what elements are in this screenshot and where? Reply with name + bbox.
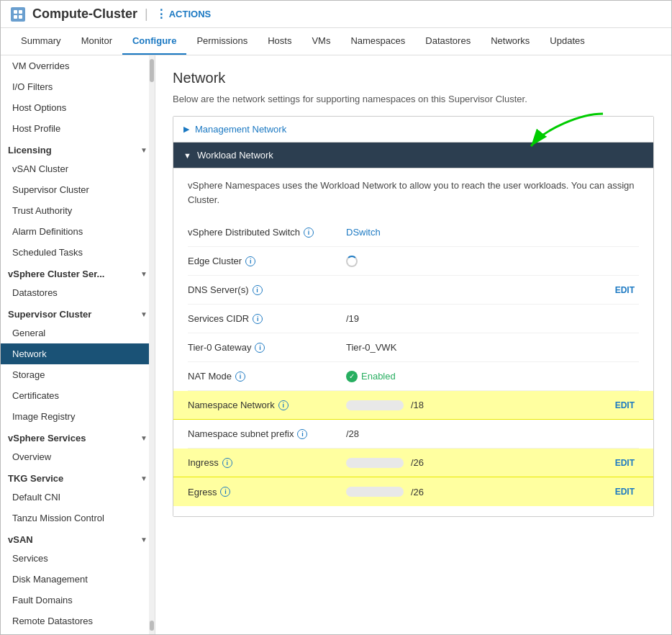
workload-chevron: ▼ [183,151,191,160]
prop-label-tier0-text: Tier-0 Gateway [188,342,251,353]
namespace-network-edit-button[interactable]: EDIT [611,399,639,412]
prop-label-services-cidr: Services CIDR i [188,313,346,324]
tab-summary[interactable]: Summary [11,28,71,55]
sidebar-item-io-filters[interactable]: I/O Filters [1,76,155,97]
vsan-chevron: ▼ [140,536,147,544]
property-nat-mode: NAT Mode i ✓ Enabled [188,362,639,391]
prop-label-dns: DNS Server(s) i [188,284,346,295]
sidebar-group-tkg-service[interactable]: TKG Service ▼ [1,467,155,487]
tab-configure[interactable]: Configure [122,28,186,55]
sidebar-group-supervisor-cluster[interactable]: Supervisor Cluster ▼ [1,303,155,323]
info-icon-vds[interactable]: i [304,228,314,238]
cluster-name: Compute-Cluster [32,6,137,22]
namespace-subnet-prefix-value: /28 [346,428,359,439]
property-services-cidr: Services CIDR i /19 [188,305,639,333]
tab-vms[interactable]: VMs [301,28,340,55]
sidebar-item-trust-authority[interactable]: Trust Authority [1,200,155,221]
actions-button[interactable]: ACTIONS [155,7,212,21]
sidebar-item-supervisor-cluster-lic[interactable]: Supervisor Cluster [1,179,155,200]
main-content: VM Overrides I/O Filters Host Options Ho… [1,55,671,634]
top-nav: Summary Monitor Configure Permissions Ho… [1,28,671,55]
property-egress: Egress i /26 EDIT [173,477,653,506]
sidebar-item-fault-domains[interactable]: Fault Domains [1,590,155,611]
tab-permissions[interactable]: Permissions [186,28,258,55]
tab-networks[interactable]: Networks [481,28,540,55]
sidebar-item-default-cni[interactable]: Default CNI [1,487,155,508]
management-network-header[interactable]: ▶ Management Network [173,117,653,143]
namespace-network-masked [346,400,404,410]
info-icon-edge-cluster[interactable]: i [245,256,255,266]
prop-label-nat-mode: NAT Mode i [188,371,346,382]
tab-updates[interactable]: Updates [540,28,594,55]
tab-monitor[interactable]: Monitor [71,28,122,55]
sidebar-item-services[interactable]: Services [1,548,155,569]
namespace-network-cidr: /18 [411,400,424,410]
info-icon-ingress[interactable]: i [222,458,232,468]
sidebar-item-network[interactable]: Network [1,343,155,364]
workload-network-header[interactable]: ▼ Workload Network [173,143,653,168]
prop-label-dns-text: DNS Server(s) [188,284,249,295]
info-icon-nat-mode[interactable]: i [235,371,245,382]
info-icon-services-cidr[interactable]: i [253,314,263,324]
prop-label-ingress: Ingress i [188,457,346,468]
management-chevron: ▶ [183,125,189,134]
workload-description: vSphere Namespaces uses the Workload Net… [188,179,639,207]
sidebar-group-licensing[interactable]: Licensing ▼ [1,139,155,158]
sidebar-item-storage[interactable]: Storage [1,364,155,385]
dswitch-link[interactable]: DSwitch [346,227,381,238]
prop-label-egress-text: Egress [188,487,217,497]
sidebar-item-scheduled-tasks[interactable]: Scheduled Tasks [1,242,155,263]
cluster-icon [11,7,25,22]
sidebar-group-vsphere-cluster-services[interactable]: vSphere Cluster Ser... ▼ [1,263,155,282]
prop-label-ingress-text: Ingress [188,457,219,468]
svg-rect-3 [19,15,22,19]
tab-hosts[interactable]: Hosts [258,28,301,55]
property-namespace-subnet-prefix: Namespace subnet prefix i /28 [188,420,639,449]
info-icon-namespace-network[interactable]: i [278,400,289,410]
licensing-chevron: ▼ [140,146,147,154]
prop-value-services-cidr: /19 [346,313,639,324]
property-namespace-network: Namespace Network i /18 EDIT [173,391,653,420]
page-title: Network [173,70,654,86]
sidebar-item-vsan-cluster[interactable]: vSAN Cluster [1,158,155,179]
workload-network-label: Workload Network [197,150,273,161]
info-icon-egress[interactable]: i [220,487,230,497]
property-dns-servers: DNS Server(s) i EDIT [188,276,639,305]
sidebar-item-host-options[interactable]: Host Options [1,97,155,118]
title-divider: | [145,6,148,22]
sidebar-item-disk-management[interactable]: Disk Management [1,569,155,590]
info-icon-tier0[interactable]: i [255,343,265,353]
sidebar-item-tanzu-mission-control[interactable]: Tanzu Mission Control [1,508,155,528]
sidebar-item-alarm-definitions[interactable]: Alarm Definitions [1,221,155,242]
content-panel: Network Below are the network settings f… [155,55,671,634]
vsphere-services-chevron: ▼ [140,434,147,442]
sidebar-item-host-profile[interactable]: Host Profile [1,118,155,139]
sidebar-item-overview[interactable]: Overview [1,446,155,467]
dns-edit-button[interactable]: EDIT [611,284,639,297]
sidebar-item-remote-datastores[interactable]: Remote Datastores [1,611,155,631]
sidebar: VM Overrides I/O Filters Host Options Ho… [1,55,155,634]
edge-cluster-spinner [346,256,358,267]
sidebar-item-certificates[interactable]: Certificates [1,385,155,406]
prop-value-tier0: Tier-0_VWK [346,342,639,353]
ingress-edit-button[interactable]: EDIT [611,456,639,469]
tab-datastores[interactable]: Datastores [415,28,481,55]
svg-rect-2 [14,15,17,19]
sidebar-group-vsan[interactable]: vSAN ▼ [1,528,155,548]
svg-rect-0 [14,10,17,14]
info-icon-dns[interactable]: i [253,285,263,295]
info-icon-namespace-subnet-prefix[interactable]: i [297,429,307,439]
egress-edit-button[interactable]: EDIT [611,485,639,498]
sidebar-item-datastores[interactable]: Datastores [1,282,155,303]
prop-label-edge-cluster-text: Edge Cluster [188,256,242,266]
nat-mode-value: Enabled [361,371,396,382]
sidebar-item-image-registry[interactable]: Image Registry [1,406,155,427]
sidebar-item-general[interactable]: General [1,323,155,343]
prop-label-services-cidr-text: Services CIDR [188,313,249,324]
prop-label-egress: Egress i [188,487,346,497]
prop-label-edge-cluster: Edge Cluster i [188,256,346,266]
prop-value-dns: EDIT [346,284,639,297]
tab-namespaces[interactable]: Namespaces [340,28,415,55]
sidebar-item-vm-overrides[interactable]: VM Overrides [1,55,155,76]
sidebar-group-vsphere-services[interactable]: vSphere Services ▼ [1,427,155,446]
